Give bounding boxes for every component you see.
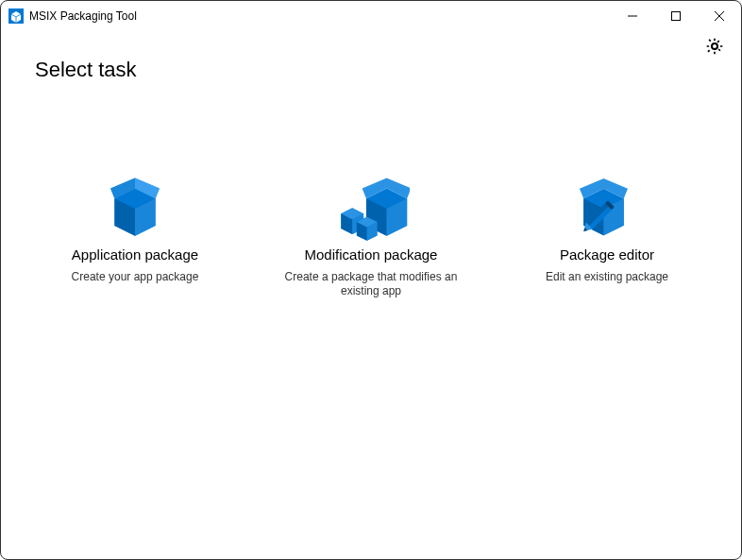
svg-rect-2 xyxy=(672,12,681,21)
tasks-row: Application package Create your app pack… xyxy=(35,167,707,307)
task-package-editor[interactable]: Package editor Edit an existing package xyxy=(508,167,706,307)
settings-button[interactable] xyxy=(703,35,726,58)
gear-icon xyxy=(705,37,724,56)
page-title: Select task xyxy=(35,58,707,82)
task-application-package[interactable]: Application package Create your app pack… xyxy=(36,167,234,307)
box-pencil-icon xyxy=(515,175,699,243)
box-icon xyxy=(43,175,227,243)
maximize-button[interactable] xyxy=(654,1,698,31)
task-description: Create a package that modifies an existi… xyxy=(279,270,463,299)
window-title: MSIX Packaging Tool xyxy=(29,9,137,23)
task-description: Create your app package xyxy=(43,270,227,285)
content-area: Select task Application package C xyxy=(1,31,741,559)
box-group-icon xyxy=(279,175,463,243)
svg-point-5 xyxy=(712,43,717,48)
task-title: Modification package xyxy=(279,246,463,264)
app-icon xyxy=(8,8,24,24)
close-button[interactable] xyxy=(698,1,741,31)
task-title: Application package xyxy=(43,246,227,264)
task-title: Package editor xyxy=(515,246,699,264)
titlebar: MSIX Packaging Tool xyxy=(1,1,741,31)
window-controls xyxy=(611,1,741,31)
task-modification-package[interactable]: Modification package Create a package th… xyxy=(272,167,470,307)
minimize-button[interactable] xyxy=(611,1,654,31)
task-description: Edit an existing package xyxy=(515,270,699,285)
